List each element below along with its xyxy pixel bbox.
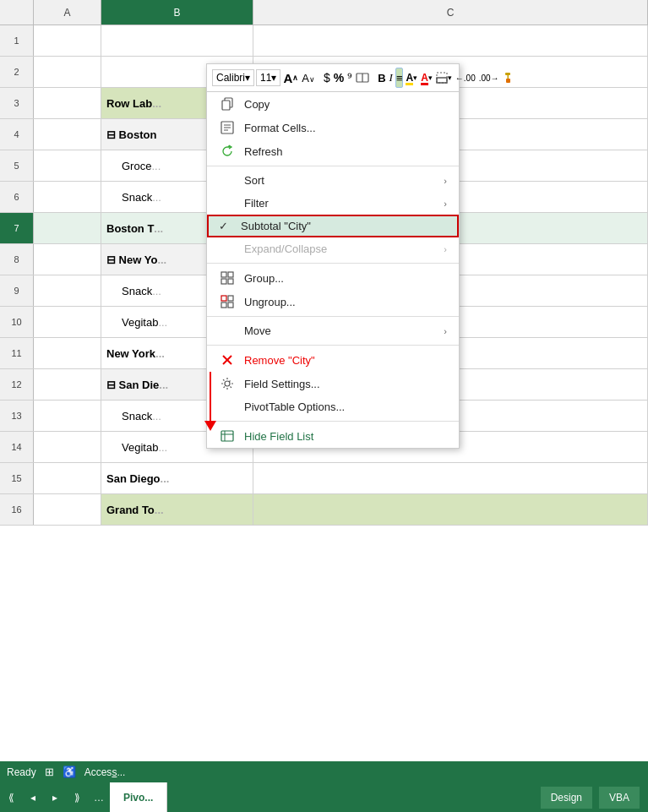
vba-tab[interactable]: VBA <box>599 787 640 809</box>
subtotal-city-label: Subtotal "City" <box>241 220 447 232</box>
subtotal-check: ✓ <box>219 220 232 232</box>
tab-bar: ⟪ ◂ ▸ ⟫ … Pivo... Design VBA <box>0 782 648 812</box>
col-header-c[interactable]: C <box>253 0 648 25</box>
design-tab[interactable]: Design <box>541 787 592 809</box>
pivottable-options-label: PivotTable Options... <box>244 401 447 413</box>
table-row: 1 <box>0 25 648 57</box>
svg-rect-15 <box>221 279 226 284</box>
remove-city-label: Remove "City" <box>244 354 447 367</box>
expand-collapse-arrow: › <box>444 244 447 254</box>
bold-button[interactable]: B <box>377 68 386 88</box>
corner-header <box>0 0 34 25</box>
field-settings-label: Field Settings... <box>244 378 447 390</box>
column-headers: A B C <box>0 0 648 25</box>
context-menu-sort[interactable]: Sort › <box>207 169 459 192</box>
remove-city-icon <box>219 353 236 367</box>
svg-rect-13 <box>221 272 226 277</box>
move-submenu-arrow: › <box>444 326 447 336</box>
highlight-color-button[interactable]: A ▾ <box>405 68 418 88</box>
context-menu-expand-collapse[interactable]: Expand/Collapse › <box>207 237 459 260</box>
svg-rect-4 <box>505 73 510 75</box>
tab-right-area: Design VBA <box>541 787 648 809</box>
copy-icon <box>219 97 236 111</box>
context-menu-filter[interactable]: Filter › <box>207 192 459 215</box>
copy-label: Copy <box>244 98 447 111</box>
sheet-tab[interactable]: Pivo... <box>110 782 167 812</box>
currency-button[interactable]: $ <box>323 68 331 88</box>
context-menu-subtotal-city[interactable]: ✓ Subtotal "City" <box>207 215 459 237</box>
context-menu-ungroup[interactable]: Ungroup... <box>207 290 459 313</box>
context-menu[interactable]: Calibri ▾ 11 ▾ A∧ A∨ $ % ⁹ B I ≡ A ▾ <box>206 63 460 449</box>
spreadsheet: A B C 1 2 3 Row Lab... 4 <box>0 0 648 812</box>
tab-nav-dots[interactable]: … <box>90 788 108 807</box>
status-icon-1[interactable]: ⊞ <box>45 766 54 778</box>
percent-button[interactable]: % <box>333 68 345 88</box>
menu-separator-5 <box>207 421 459 422</box>
indent-left-button[interactable]: ←.00 <box>455 68 476 88</box>
grow-font-button[interactable]: A∧ <box>282 68 299 88</box>
context-menu-pivottable-options[interactable]: PivotTable Options... <box>207 395 459 418</box>
font-color-button[interactable]: A ▾ <box>420 68 433 88</box>
table-row: 16 Grand To... <box>0 494 648 526</box>
expand-collapse-label: Expand/Collapse <box>244 243 435 255</box>
filter-label: Filter <box>244 197 435 210</box>
status-icon-2[interactable]: ♿ <box>63 766 76 778</box>
svg-rect-24 <box>221 431 233 441</box>
svg-rect-18 <box>228 296 233 301</box>
field-settings-icon <box>219 377 236 390</box>
sandiego-total[interactable]: San Diego... <box>101 463 253 493</box>
align-button[interactable]: ≡ <box>395 68 404 88</box>
ready-status: Ready <box>7 766 36 778</box>
context-menu-remove-city[interactable]: Remove "City" <box>207 348 459 372</box>
paint-format-button[interactable] <box>502 68 517 88</box>
shrink-font-button[interactable]: A∨ <box>301 68 316 88</box>
filter-submenu-arrow: › <box>444 199 447 209</box>
format-cells-label: Format Cells... <box>244 122 447 134</box>
ungroup-icon <box>219 295 236 308</box>
status-access-text: Access... <box>84 766 126 778</box>
comma-button[interactable]: ⁹ <box>346 68 353 88</box>
svg-point-23 <box>225 381 230 386</box>
italic-button[interactable]: I <box>389 68 394 88</box>
menu-separator-3 <box>207 316 459 317</box>
context-menu-refresh[interactable]: Refresh <box>207 139 459 163</box>
context-menu-field-settings[interactable]: Field Settings... <box>207 372 459 395</box>
svg-rect-8 <box>222 101 230 110</box>
col-header-b[interactable]: B <box>101 0 253 25</box>
svg-rect-19 <box>221 302 226 308</box>
indent-right-button[interactable]: .00→ <box>478 68 500 88</box>
tab-nav-left-left[interactable]: ⟪ <box>2 788 20 807</box>
menu-separator-4 <box>207 345 459 346</box>
tab-nav-right-right[interactable]: ⟫ <box>68 788 86 807</box>
tab-nav-left[interactable]: ◂ <box>24 788 42 807</box>
hide-field-list-icon <box>219 429 236 443</box>
refresh-label: Refresh <box>244 145 447 158</box>
sort-label: Sort <box>244 174 435 187</box>
ungroup-label: Ungroup... <box>244 296 447 308</box>
border-button[interactable]: ▾ <box>435 68 453 88</box>
menu-separator-2 <box>207 263 459 264</box>
grand-total[interactable]: Grand To... <box>101 494 253 525</box>
svg-rect-17 <box>221 296 226 301</box>
context-menu-move[interactable]: Move › <box>207 319 459 342</box>
accounting-button[interactable] <box>355 68 370 88</box>
svg-rect-16 <box>228 279 233 284</box>
svg-rect-5 <box>507 75 509 79</box>
table-row: 15 San Diego... <box>0 463 648 494</box>
context-menu-format-cells[interactable]: Format Cells... <box>207 116 459 139</box>
font-size-select[interactable]: 11 ▾ <box>256 69 280 86</box>
sort-submenu-arrow: › <box>444 176 447 186</box>
font-family-select[interactable]: Calibri ▾ <box>212 69 254 86</box>
status-bar: Ready ⊞ ♿ Access... <box>0 761 648 782</box>
tab-nav-right[interactable]: ▸ <box>46 788 64 807</box>
col-header-a[interactable]: A <box>34 0 101 25</box>
context-menu-copy[interactable]: Copy <box>207 92 459 116</box>
red-arrow-indicator <box>210 372 211 422</box>
svg-rect-6 <box>506 79 510 83</box>
group-icon <box>219 271 236 285</box>
context-menu-group[interactable]: Group... <box>207 266 459 290</box>
format-toolbar: Calibri ▾ 11 ▾ A∧ A∨ $ % ⁹ B I ≡ A ▾ <box>207 64 459 92</box>
hide-field-list-label: Hide Field List <box>244 430 447 443</box>
group-label: Group... <box>244 272 447 285</box>
context-menu-hide-field-list[interactable]: Hide Field List <box>207 424 459 448</box>
